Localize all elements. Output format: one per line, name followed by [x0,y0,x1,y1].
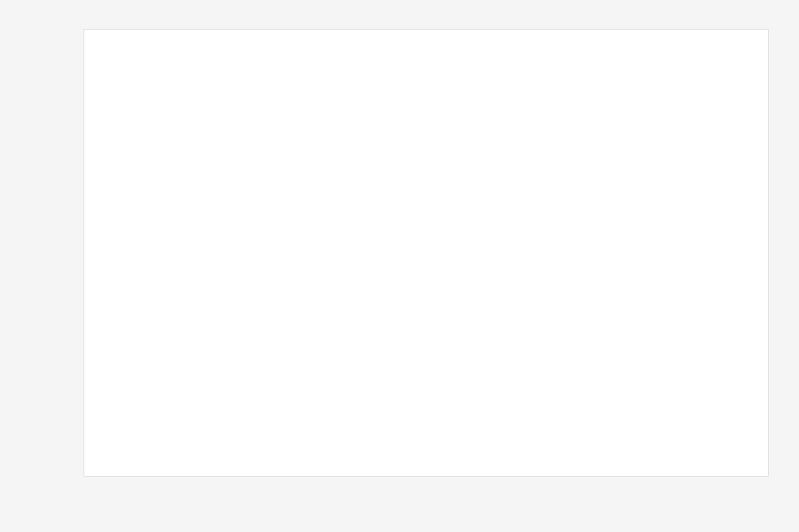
y-labels [84,30,168,449]
x-axis [168,449,753,476]
plot-area [168,30,753,449]
chart-container [0,0,799,532]
